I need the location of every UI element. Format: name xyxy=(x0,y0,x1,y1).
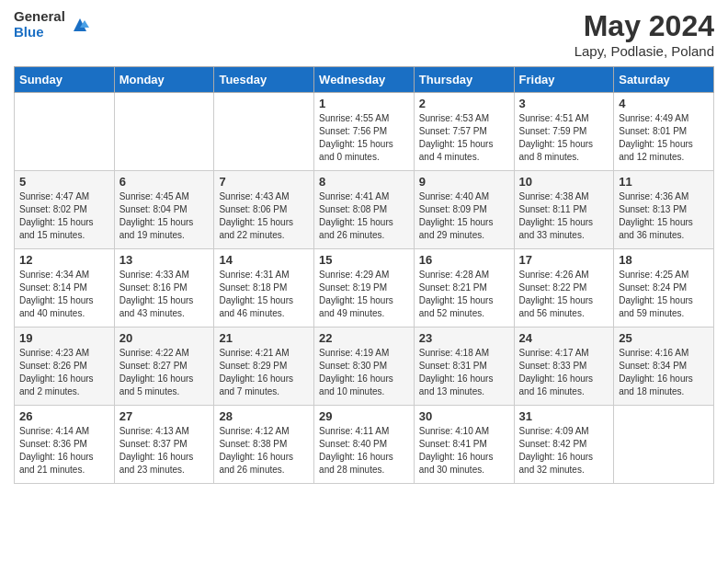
logo-general: General xyxy=(14,9,65,25)
day-number: 22 xyxy=(319,331,409,345)
table-row: 25Sunrise: 4:16 AM Sunset: 8:34 PM Dayli… xyxy=(614,327,714,406)
day-number: 2 xyxy=(419,97,509,110)
table-row: 18Sunrise: 4:25 AM Sunset: 8:24 PM Dayli… xyxy=(614,249,714,327)
table-row: 29Sunrise: 4:11 AM Sunset: 8:40 PM Dayli… xyxy=(314,406,415,484)
table-row xyxy=(614,406,714,484)
calendar-table: Sunday Monday Tuesday Wednesday Thursday… xyxy=(14,66,714,484)
day-info: Sunrise: 4:13 AM Sunset: 8:37 PM Dayligh… xyxy=(119,425,210,477)
day-info: Sunrise: 4:17 AM Sunset: 8:33 PM Dayligh… xyxy=(519,347,609,398)
day-number: 28 xyxy=(219,409,309,423)
day-number: 7 xyxy=(219,175,309,189)
day-info: Sunrise: 4:43 AM Sunset: 8:06 PM Dayligh… xyxy=(219,190,309,242)
location: Lapy, Podlasie, Poland xyxy=(574,43,714,59)
day-info: Sunrise: 4:12 AM Sunset: 8:38 PM Dayligh… xyxy=(219,425,309,477)
table-row: 9Sunrise: 4:40 AM Sunset: 8:09 PM Daylig… xyxy=(414,171,514,249)
day-number: 26 xyxy=(19,409,109,423)
day-number: 12 xyxy=(19,253,109,267)
col-sunday: Sunday xyxy=(15,67,115,93)
day-info: Sunrise: 4:09 AM Sunset: 8:42 PM Dayligh… xyxy=(519,425,609,477)
day-info: Sunrise: 4:31 AM Sunset: 8:18 PM Dayligh… xyxy=(219,269,309,320)
col-saturday: Saturday xyxy=(614,67,714,93)
day-number: 13 xyxy=(119,253,210,267)
day-number: 19 xyxy=(19,331,109,345)
day-number: 11 xyxy=(619,175,709,189)
month-year: May 2024 xyxy=(574,9,714,43)
day-number: 31 xyxy=(519,409,609,423)
day-number: 21 xyxy=(219,331,309,345)
table-row: 28Sunrise: 4:12 AM Sunset: 8:38 PM Dayli… xyxy=(214,406,314,484)
day-info: Sunrise: 4:22 AM Sunset: 8:27 PM Dayligh… xyxy=(119,347,210,398)
table-row: 2Sunrise: 4:53 AM Sunset: 7:57 PM Daylig… xyxy=(414,93,514,171)
title-block: May 2024 Lapy, Podlasie, Poland xyxy=(574,9,714,59)
day-number: 24 xyxy=(519,331,609,345)
table-row: 17Sunrise: 4:26 AM Sunset: 8:22 PM Dayli… xyxy=(514,249,614,327)
day-number: 3 xyxy=(519,97,609,110)
day-number: 4 xyxy=(619,97,709,110)
day-info: Sunrise: 4:21 AM Sunset: 8:29 PM Dayligh… xyxy=(219,347,309,398)
day-info: Sunrise: 4:33 AM Sunset: 8:16 PM Dayligh… xyxy=(119,269,210,320)
table-row: 15Sunrise: 4:29 AM Sunset: 8:19 PM Dayli… xyxy=(314,249,415,327)
day-info: Sunrise: 4:55 AM Sunset: 7:56 PM Dayligh… xyxy=(319,112,409,164)
day-info: Sunrise: 4:47 AM Sunset: 8:02 PM Dayligh… xyxy=(19,190,109,242)
day-number: 6 xyxy=(119,175,210,189)
day-info: Sunrise: 4:53 AM Sunset: 7:57 PM Dayligh… xyxy=(419,112,509,164)
day-number: 20 xyxy=(119,331,210,345)
col-friday: Friday xyxy=(514,67,614,93)
day-info: Sunrise: 4:34 AM Sunset: 8:14 PM Dayligh… xyxy=(19,269,109,320)
day-number: 16 xyxy=(419,253,509,267)
table-row: 31Sunrise: 4:09 AM Sunset: 8:42 PM Dayli… xyxy=(514,406,614,484)
page-header: General Blue May 2024 Lapy, Podlasie, Po… xyxy=(14,9,714,59)
table-row: 12Sunrise: 4:34 AM Sunset: 8:14 PM Dayli… xyxy=(15,249,115,327)
day-number: 29 xyxy=(319,409,409,423)
day-number: 18 xyxy=(619,253,709,267)
table-row: 5Sunrise: 4:47 AM Sunset: 8:02 PM Daylig… xyxy=(15,171,115,249)
day-info: Sunrise: 4:45 AM Sunset: 8:04 PM Dayligh… xyxy=(119,190,210,242)
day-number: 10 xyxy=(519,175,609,189)
table-row: 26Sunrise: 4:14 AM Sunset: 8:36 PM Dayli… xyxy=(15,406,115,484)
table-row: 16Sunrise: 4:28 AM Sunset: 8:21 PM Dayli… xyxy=(414,249,514,327)
day-info: Sunrise: 4:14 AM Sunset: 8:36 PM Dayligh… xyxy=(19,425,109,477)
day-number: 8 xyxy=(319,175,409,189)
day-info: Sunrise: 4:11 AM Sunset: 8:40 PM Dayligh… xyxy=(319,425,409,477)
day-info: Sunrise: 4:23 AM Sunset: 8:26 PM Dayligh… xyxy=(19,347,109,398)
day-info: Sunrise: 4:29 AM Sunset: 8:19 PM Dayligh… xyxy=(319,269,409,320)
table-row xyxy=(214,93,314,171)
day-number: 17 xyxy=(519,253,609,267)
table-row: 8Sunrise: 4:41 AM Sunset: 8:08 PM Daylig… xyxy=(314,171,415,249)
table-row: 11Sunrise: 4:36 AM Sunset: 8:13 PM Dayli… xyxy=(614,171,714,249)
day-info: Sunrise: 4:41 AM Sunset: 8:08 PM Dayligh… xyxy=(319,190,409,242)
table-row: 19Sunrise: 4:23 AM Sunset: 8:26 PM Dayli… xyxy=(15,327,115,406)
table-row: 30Sunrise: 4:10 AM Sunset: 8:41 PM Dayli… xyxy=(414,406,514,484)
day-number: 9 xyxy=(419,175,509,189)
day-number: 1 xyxy=(319,97,409,110)
table-row: 20Sunrise: 4:22 AM Sunset: 8:27 PM Dayli… xyxy=(114,327,214,406)
col-tuesday: Tuesday xyxy=(214,67,314,93)
table-row xyxy=(15,93,115,171)
day-info: Sunrise: 4:16 AM Sunset: 8:34 PM Dayligh… xyxy=(619,347,709,398)
day-info: Sunrise: 4:49 AM Sunset: 8:01 PM Dayligh… xyxy=(619,112,709,164)
col-monday: Monday xyxy=(114,67,214,93)
day-info: Sunrise: 4:36 AM Sunset: 8:13 PM Dayligh… xyxy=(619,190,709,242)
day-info: Sunrise: 4:51 AM Sunset: 7:59 PM Dayligh… xyxy=(519,112,609,164)
logo-icon xyxy=(70,15,90,35)
day-info: Sunrise: 4:25 AM Sunset: 8:24 PM Dayligh… xyxy=(619,269,709,320)
day-info: Sunrise: 4:38 AM Sunset: 8:11 PM Dayligh… xyxy=(519,190,609,242)
header-row: Sunday Monday Tuesday Wednesday Thursday… xyxy=(15,67,714,93)
logo-blue: Blue xyxy=(14,25,65,40)
table-row: 24Sunrise: 4:17 AM Sunset: 8:33 PM Dayli… xyxy=(514,327,614,406)
day-number: 5 xyxy=(19,175,109,189)
col-wednesday: Wednesday xyxy=(314,67,415,93)
logo: General Blue xyxy=(14,9,90,40)
day-number: 30 xyxy=(419,409,509,423)
day-info: Sunrise: 4:19 AM Sunset: 8:30 PM Dayligh… xyxy=(319,347,409,398)
table-row: 22Sunrise: 4:19 AM Sunset: 8:30 PM Dayli… xyxy=(314,327,415,406)
day-info: Sunrise: 4:28 AM Sunset: 8:21 PM Dayligh… xyxy=(419,269,509,320)
day-info: Sunrise: 4:40 AM Sunset: 8:09 PM Dayligh… xyxy=(419,190,509,242)
day-number: 15 xyxy=(319,253,409,267)
day-number: 14 xyxy=(219,253,309,267)
table-row: 13Sunrise: 4:33 AM Sunset: 8:16 PM Dayli… xyxy=(114,249,214,327)
day-number: 23 xyxy=(419,331,509,345)
day-info: Sunrise: 4:26 AM Sunset: 8:22 PM Dayligh… xyxy=(519,269,609,320)
col-thursday: Thursday xyxy=(414,67,514,93)
table-row: 7Sunrise: 4:43 AM Sunset: 8:06 PM Daylig… xyxy=(214,171,314,249)
